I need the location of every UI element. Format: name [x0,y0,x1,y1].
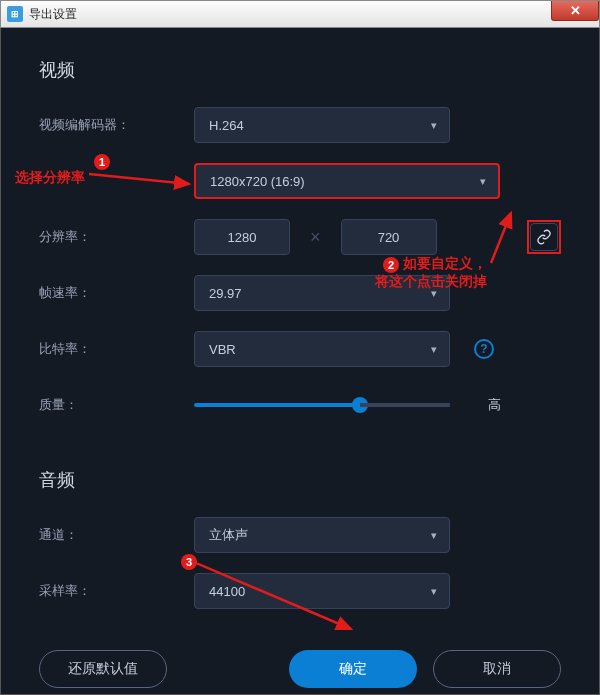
help-icon[interactable]: ? [474,339,494,359]
select-resolution-value: 1280x720 (16:9) [210,174,305,189]
label-resolution: 分辨率： [39,228,194,246]
select-framerate-value: 29.97 [209,286,242,301]
chevron-down-icon: ▾ [431,119,437,132]
input-width[interactable]: 1280 [194,219,290,255]
row-resolution-preset: 1280x720 (16:9) ▾ [39,162,561,200]
slider-thumb[interactable] [352,397,368,413]
select-samplerate[interactable]: 44100 ▾ [194,573,450,609]
chevron-down-icon: ▾ [431,343,437,356]
quality-slider[interactable] [194,403,450,407]
chevron-down-icon: ▾ [431,287,437,300]
select-channel-value: 立体声 [209,526,248,544]
row-channel: 通道： 立体声 ▾ [39,516,561,554]
input-height[interactable]: 720 [341,219,437,255]
quality-value-label: 高 [488,396,501,414]
times-icon: × [310,227,321,248]
label-channel: 通道： [39,526,194,544]
row-resolution: 分辨率： 1280 × 720 [39,218,561,256]
annotation-badge-2: 2 [383,256,399,273]
label-framerate: 帧速率： [39,284,194,302]
link-icon [536,229,552,245]
select-resolution-preset[interactable]: 1280x720 (16:9) ▾ [194,163,500,199]
select-codec[interactable]: H.264 ▾ [194,107,450,143]
ok-button[interactable]: 确定 [289,650,417,688]
row-framerate: 帧速率： 29.97 ▾ [39,274,561,312]
app-icon: ⊞ [7,6,23,22]
annotation-text-2a: 如要自定义， [403,255,487,273]
row-bitrate: 比特率： VBR ▾ ? [39,330,561,368]
select-bitrate-value: VBR [209,342,236,357]
chevron-down-icon: ▾ [431,585,437,598]
dialog-content: 视频 视频编解码器： H.264 ▾ 1280x720 (16:9) ▾ 分辨率… [0,28,600,695]
select-samplerate-value: 44100 [209,584,245,599]
window-title: 导出设置 [29,6,77,23]
select-framerate[interactable]: 29.97 ▾ [194,275,450,311]
label-bitrate: 比特率： [39,340,194,358]
titlebar: ⊞ 导出设置 ✕ [0,0,600,28]
section-title-video: 视频 [39,58,561,82]
select-bitrate[interactable]: VBR ▾ [194,331,450,367]
annotation-badge-3: 3 [181,553,197,570]
link-aspect-button[interactable] [530,223,558,251]
cancel-button[interactable]: 取消 [433,650,561,688]
label-quality: 质量： [39,396,194,414]
select-codec-value: H.264 [209,118,244,133]
row-samplerate: 采样率： 44100 ▾ [39,572,561,610]
footer: 还原默认值 确定 取消 [39,650,561,688]
label-codec: 视频编解码器： [39,116,194,134]
section-title-audio: 音频 [39,468,561,492]
restore-defaults-button[interactable]: 还原默认值 [39,650,167,688]
close-button[interactable]: ✕ [551,1,599,21]
chevron-down-icon: ▾ [480,175,486,188]
row-quality: 质量： 高 [39,386,561,424]
row-codec: 视频编解码器： H.264 ▾ [39,106,561,144]
label-samplerate: 采样率： [39,582,194,600]
select-channel[interactable]: 立体声 ▾ [194,517,450,553]
chevron-down-icon: ▾ [431,529,437,542]
close-icon: ✕ [570,3,581,18]
